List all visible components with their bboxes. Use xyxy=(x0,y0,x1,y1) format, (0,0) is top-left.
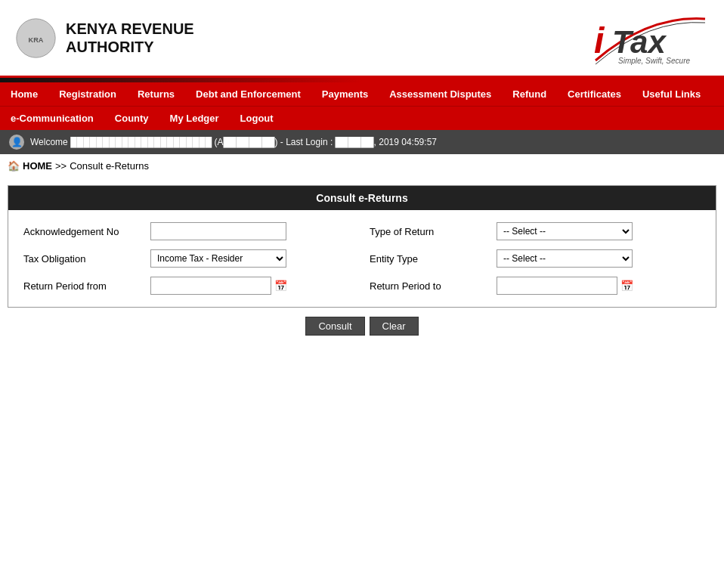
tax-obligation-select[interactable]: Income Tax - Resider xyxy=(150,249,286,268)
breadcrumb-home[interactable]: HOME xyxy=(23,160,52,172)
entity-type-select[interactable]: -- Select -- xyxy=(497,249,633,268)
org-name-line2: Authority xyxy=(66,39,154,55)
type-of-return-label: Type of Return xyxy=(370,226,490,237)
welcome-bar: 👤 Welcome ██████████████████████ (A█████… xyxy=(0,130,724,154)
page-header: KRA Kenya Revenue Authority i Tax Simple… xyxy=(0,0,724,78)
home-icon: 🏠 xyxy=(8,160,20,172)
return-period-to-row: Return Period to 📅 xyxy=(362,272,708,299)
form-body: Acknowledgement No Tax Obligation Income… xyxy=(8,210,716,307)
nav-county[interactable]: County xyxy=(104,107,159,130)
nav-logout[interactable]: Logout xyxy=(230,107,284,130)
nav-returns[interactable]: Returns xyxy=(127,82,185,106)
tax-obligation-row: Tax Obligation Income Tax - Resider xyxy=(16,245,362,272)
itax-tagline: Simple, Swift, Secure xyxy=(618,57,690,65)
return-period-from-input[interactable] xyxy=(150,277,271,295)
kra-logo: KRA Kenya Revenue Authority xyxy=(15,17,194,59)
return-period-from-calendar-icon[interactable]: 📅 xyxy=(274,280,287,292)
welcome-text: Welcome ██████████████████████ (A███████… xyxy=(30,137,437,147)
type-of-return-row: Type of Return -- Select -- xyxy=(362,218,708,245)
return-period-from-row: Return Period from 📅 xyxy=(16,272,362,299)
svg-text:KRA: KRA xyxy=(29,36,44,44)
clear-button[interactable]: Clear xyxy=(370,317,419,336)
return-period-to-label: Return Period to xyxy=(370,280,490,292)
entity-type-label: Entity Type xyxy=(370,253,490,265)
consult-returns-panel: Consult e-Returns Acknowledgement No Tax… xyxy=(8,185,716,308)
org-name-line1: Kenya Revenue xyxy=(66,20,194,37)
return-period-to-calendar-icon[interactable]: 📅 xyxy=(620,280,633,292)
user-icon: 👤 xyxy=(9,135,24,150)
nav-registration[interactable]: Registration xyxy=(48,82,127,106)
ack-no-input[interactable] xyxy=(150,222,286,240)
form-left-column: Acknowledgement No Tax Obligation Income… xyxy=(16,218,362,299)
form-buttons: Consult Clear xyxy=(8,308,716,345)
nav-assessment-disputes[interactable]: Assessment Disputes xyxy=(379,82,502,106)
top-navigation: Home Registration Returns Debt and Enfor… xyxy=(0,82,724,106)
ack-no-label: Acknowledgement No xyxy=(23,226,144,237)
main-content: Consult e-Returns Acknowledgement No Tax… xyxy=(0,178,724,349)
breadcrumb-current: Consult e-Returns xyxy=(70,160,149,172)
tax-obligation-label: Tax Obligation xyxy=(23,253,144,265)
org-name: Kenya Revenue Authority xyxy=(66,20,194,56)
breadcrumb-separator: >> xyxy=(55,160,67,172)
consult-button[interactable]: Consult xyxy=(305,317,364,336)
nav-ecommunication[interactable]: e-Communication xyxy=(0,107,104,130)
return-period-to-input[interactable] xyxy=(497,277,617,295)
svg-text:Tax: Tax xyxy=(612,24,667,60)
ack-no-row: Acknowledgement No xyxy=(16,218,362,245)
nav-certificates[interactable]: Certificates xyxy=(557,82,632,106)
form-right-column: Type of Return -- Select -- Entity Type … xyxy=(362,218,708,299)
type-of-return-select[interactable]: -- Select -- xyxy=(497,222,633,240)
panel-title: Consult e-Returns xyxy=(8,186,716,210)
svg-text:i: i xyxy=(594,20,605,60)
nav-payments[interactable]: Payments xyxy=(311,82,379,106)
nav-my-ledger[interactable]: My Ledger xyxy=(159,107,230,130)
breadcrumb: 🏠 HOME >> Consult e-Returns xyxy=(0,154,724,178)
kra-lion-icon: KRA xyxy=(15,17,57,59)
nav-debt-enforcement[interactable]: Debt and Enforcement xyxy=(185,82,311,106)
itax-logo: i Tax Simple, Swift, Secure xyxy=(588,8,709,68)
nav-useful-links[interactable]: Useful Links xyxy=(632,82,711,106)
nav-home[interactable]: Home xyxy=(0,82,48,106)
return-period-from-label: Return Period from xyxy=(23,280,144,292)
nav-refund[interactable]: Refund xyxy=(502,82,557,106)
bottom-navigation: e-Communication County My Ledger Logout xyxy=(0,106,724,130)
itax-swoosh-icon: i Tax Simple, Swift, Secure xyxy=(588,8,709,68)
entity-type-row: Entity Type -- Select -- xyxy=(362,245,708,272)
